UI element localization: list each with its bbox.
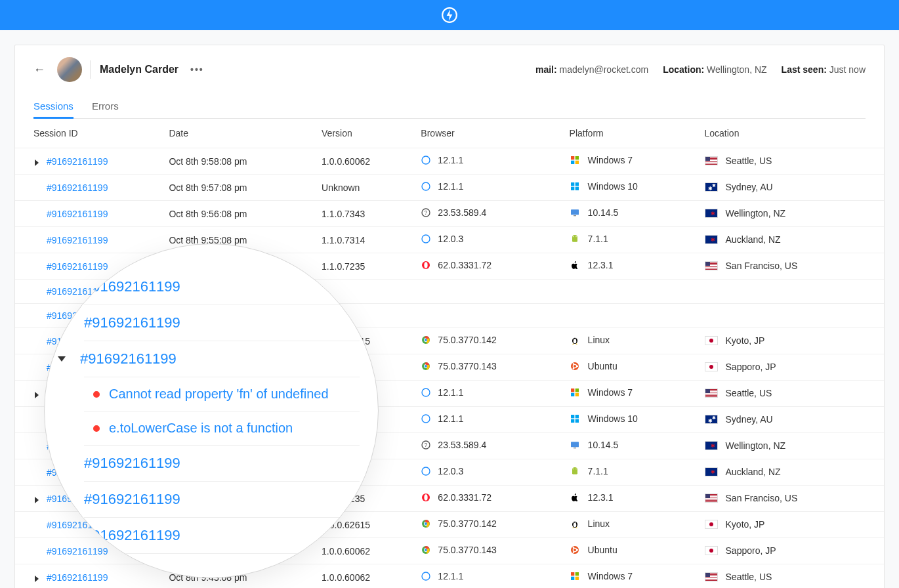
tab-sessions[interactable]: Sessions xyxy=(33,94,73,118)
flag-jp-icon xyxy=(705,520,718,529)
flag-us-icon xyxy=(705,494,718,503)
expand-caret-icon[interactable] xyxy=(35,576,39,582)
cell-date: Oct 8th 9:57:08 pm xyxy=(169,175,322,201)
session-id-link[interactable]: #91692161199 xyxy=(84,455,180,471)
session-row[interactable]: #91692161199 xyxy=(84,305,360,341)
col-platform: Platform xyxy=(570,119,705,148)
cell-browser: 75.0.3770.143 xyxy=(421,354,569,381)
cell-platform: Linux xyxy=(570,512,705,538)
session-id-link[interactable]: #91692161199 xyxy=(47,182,108,193)
session-row[interactable]: #91692161199 xyxy=(84,341,360,377)
cell-date: Oct 8th 9:56:08 pm xyxy=(169,201,322,227)
cell-version: Unknown xyxy=(322,175,421,201)
flag-nz-icon xyxy=(705,235,718,244)
ubuntu-icon xyxy=(570,545,580,555)
user-location: Location: Wellington, NZ xyxy=(663,64,766,75)
flag-jp-icon xyxy=(705,362,718,371)
cell-browser: 12.1.1 xyxy=(421,148,569,175)
chevron-down-icon[interactable] xyxy=(58,356,66,362)
flag-nz-icon xyxy=(705,209,718,218)
cell-platform: Windows 10 xyxy=(570,175,705,201)
mac-icon xyxy=(570,440,580,450)
expand-caret-icon[interactable] xyxy=(35,497,39,503)
session-id-link[interactable]: #91692161199 xyxy=(84,314,180,331)
cell-location: San Franciso, US xyxy=(705,253,884,280)
cell-location: Auckland, NZ xyxy=(705,459,884,486)
cell-location: San Franciso, US xyxy=(705,486,884,512)
session-row[interactable]: #91692161199 xyxy=(84,446,360,482)
expand-caret-icon[interactable] xyxy=(35,159,39,166)
flag-us-icon xyxy=(705,388,718,398)
android-icon xyxy=(570,466,580,476)
error-dot-icon xyxy=(93,391,100,398)
session-id-link[interactable]: #91692161199 xyxy=(47,546,108,556)
flag-us-icon xyxy=(705,261,718,270)
flag-jp-icon xyxy=(705,336,718,345)
session-id-link[interactable]: #91692161199 xyxy=(84,491,180,507)
expand-caret-icon[interactable] xyxy=(35,392,39,398)
error-message: e.toLowerCase is not a function xyxy=(109,421,293,436)
session-id-link[interactable]: #91692161199 xyxy=(80,350,177,368)
cell-version: 1.1.0.7235 xyxy=(322,253,421,280)
cell-location: Wellington, NZ xyxy=(705,201,884,227)
mac-icon xyxy=(570,207,580,218)
session-id-link[interactable]: #91692161199 xyxy=(47,261,108,272)
cell-platform xyxy=(570,280,705,304)
cell-location: Sydney, AU xyxy=(705,407,884,433)
cell-browser: 12.1.1 xyxy=(421,407,569,433)
cell-version: 1.0.0.60062 xyxy=(322,538,421,564)
session-id-link[interactable]: #91692161199 xyxy=(47,572,108,583)
user-lastseen: Last seen: Just now xyxy=(782,64,866,75)
error-row[interactable]: e.toLowerCase is not a function xyxy=(84,411,360,446)
session-id-link[interactable]: #91692161199 xyxy=(47,209,108,219)
unknown-icon xyxy=(421,440,431,450)
cell-platform: Windows 7 xyxy=(570,564,705,589)
cell-date: Oct 8th 9:58:08 pm xyxy=(169,148,322,175)
cell-location: Seattle, US xyxy=(705,381,884,407)
safari-icon xyxy=(421,466,431,476)
bolt-logo-icon xyxy=(441,7,458,24)
cell-platform: Ubuntu xyxy=(570,538,705,564)
cell-location xyxy=(705,280,884,304)
table-row: #91692161199Oct 8th 9:56:08 pm1.1.0.7343… xyxy=(15,201,884,227)
error-row[interactable]: Cannot read property 'fn' of undefined xyxy=(84,377,360,411)
cell-platform: 10.14.5 xyxy=(570,201,705,227)
cell-browser: 75.0.3770.143 xyxy=(421,538,569,564)
flag-au-icon xyxy=(705,182,718,192)
flag-nz-icon xyxy=(705,441,718,450)
cell-browser: 62.0.3331.72 xyxy=(421,486,569,512)
ubuntu-icon xyxy=(570,361,580,371)
cell-platform: 12.3.1 xyxy=(570,486,705,512)
error-message: Cannot read property 'fn' of undefined xyxy=(109,387,329,402)
chrome-icon xyxy=(421,361,431,371)
more-button[interactable]: ••• xyxy=(190,64,204,75)
session-id-link[interactable]: #91692161199 xyxy=(47,156,108,167)
cell-browser: 12.0.3 xyxy=(421,227,569,253)
session-id-link[interactable]: #91692161199 xyxy=(47,235,108,245)
opera-icon xyxy=(421,492,431,503)
table-row: #91692161199Oct 8th 9:55:08 pm1.1.0.7314… xyxy=(15,227,884,253)
cell-platform: Linux xyxy=(570,328,705,354)
cell-location: Kyoto, JP xyxy=(705,328,884,354)
apple-icon xyxy=(570,492,580,503)
avatar[interactable] xyxy=(57,57,82,82)
cell-version: 1.1.0.7314 xyxy=(322,227,421,253)
tab-errors[interactable]: Errors xyxy=(92,94,119,118)
cell-location xyxy=(705,304,884,328)
cell-platform: Windows 7 xyxy=(570,381,705,407)
apple-icon xyxy=(570,260,580,270)
cell-browser: 12.0.3 xyxy=(421,459,569,486)
cell-version: 1.0.0.60062 xyxy=(322,148,421,175)
cell-location: Seattle, US xyxy=(705,564,884,589)
opera-icon xyxy=(421,260,431,270)
safari-icon xyxy=(421,571,431,581)
chrome-icon xyxy=(421,518,431,529)
cell-platform: 10.14.5 xyxy=(570,433,705,459)
safari-icon xyxy=(421,155,431,165)
cell-platform: Ubuntu xyxy=(570,354,705,381)
session-row[interactable]: #91692161199 xyxy=(84,482,360,518)
back-button[interactable]: ← xyxy=(33,63,45,77)
col-version: Version xyxy=(322,119,421,148)
table-row: #91692161199Oct 8th 9:43:08 pm1.0.0.6006… xyxy=(15,564,884,589)
cell-platform: 7.1.1 xyxy=(570,227,705,253)
